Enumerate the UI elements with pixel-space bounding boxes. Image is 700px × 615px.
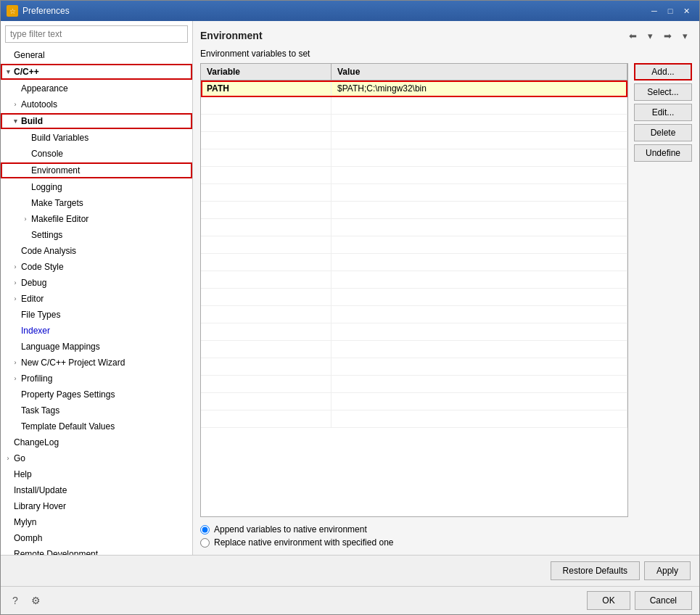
tree-item-settings[interactable]: Settings <box>1 227 192 243</box>
title-bar: ☆ Preferences ─ □ ✕ <box>1 1 699 21</box>
tree-item-task-tags[interactable]: Task Tags <box>1 403 192 418</box>
undefine-button[interactable]: Undefine <box>634 144 692 162</box>
radio-replace-input[interactable] <box>200 538 210 548</box>
panel-header: Environment ⬅ ▾ ➡ ▾ <box>200 28 692 43</box>
tree-item-profiling[interactable]: › Profiling <box>1 371 192 387</box>
back-button[interactable]: ⬅ <box>625 28 640 43</box>
expander-mylyn <box>4 518 12 527</box>
tree-item-appearance[interactable]: Appearance <box>1 81 192 96</box>
cc-group: ▾ C/C++ <box>1 64 192 80</box>
tree-item-environment[interactable]: Environment <box>1 162 192 178</box>
tree-item-editor[interactable]: › Editor <box>1 291 192 307</box>
filter-input[interactable] <box>5 25 188 43</box>
tree-item-template-defaults[interactable]: Template Default Values <box>1 418 192 434</box>
close-button[interactable]: ✕ <box>679 4 693 17</box>
settings-icon[interactable]: ⚙ <box>28 593 43 608</box>
tree-label-mylyn: Mylyn <box>14 516 36 529</box>
cancel-button[interactable]: Cancel <box>635 591 692 610</box>
tree-item-cc[interactable]: ▾ C/C++ <box>1 64 192 80</box>
tree-item-install-update[interactable]: Install/Update <box>1 482 192 498</box>
dropdown-forward[interactable]: ▾ <box>678 28 692 43</box>
main-content: General ▾ C/C++ Appearance › Autotools <box>1 21 699 555</box>
tree-item-go[interactable]: › Go <box>1 450 192 466</box>
delete-button[interactable]: Delete <box>634 124 692 141</box>
env-row-empty-12 <box>201 289 627 306</box>
expander-settings <box>21 231 30 239</box>
tree-item-code-style[interactable]: › Code Style <box>1 259 192 275</box>
tree-item-language-mappings[interactable]: Language Mappings <box>1 339 192 355</box>
expander-debug: › <box>11 278 20 287</box>
tree-item-property-pages[interactable]: Property Pages Settings <box>1 387 192 403</box>
maximize-button[interactable]: □ <box>663 4 678 17</box>
add-button[interactable]: Add... <box>634 63 692 81</box>
tree-item-mylyn[interactable]: Mylyn <box>1 514 192 530</box>
expander-cc: ▾ <box>4 67 12 76</box>
tree-item-general[interactable]: General <box>1 47 192 63</box>
dropdown-back[interactable]: ▾ <box>643 28 657 43</box>
tree-label-debug: Debug <box>21 276 46 289</box>
env-row-empty-17 <box>201 376 627 393</box>
expander-remote-development <box>4 550 12 555</box>
env-row-empty-1 <box>201 97 627 115</box>
restore-defaults-button[interactable]: Restore Defaults <box>551 561 640 580</box>
tree-label-profiling: Profiling <box>21 372 52 385</box>
tree-item-changelog[interactable]: ChangeLog <box>1 434 192 450</box>
expander-indexer <box>11 326 20 335</box>
expander-editor: › <box>11 294 20 303</box>
tree-label-console: Console <box>31 147 63 160</box>
env-row-path[interactable]: PATH $PATH;C:\mingw32\bin <box>201 81 627 97</box>
env-row-empty-7 <box>201 202 627 219</box>
header-value: Value <box>332 64 627 80</box>
tree-label-build-variables: Build Variables <box>31 131 88 144</box>
env-vars-label: Environment variables to set <box>200 49 692 59</box>
forward-button[interactable]: ➡ <box>660 28 675 43</box>
tree-item-console[interactable]: Console <box>1 146 192 162</box>
env-row-empty-19 <box>201 410 627 428</box>
tree-label-help: Help <box>14 468 32 481</box>
tree-item-code-analysis[interactable]: Code Analysis <box>1 243 192 259</box>
radio-append-label: Append variables to native environment <box>214 524 367 534</box>
tree-label-make-targets: Make Targets <box>31 197 83 210</box>
tree-label-indexer: Indexer <box>21 324 50 337</box>
tree-label-general: General <box>14 49 45 62</box>
tree-item-remote-development[interactable]: Remote Development <box>1 546 192 555</box>
tree-item-oomph[interactable]: Oomph <box>1 530 192 546</box>
select-button[interactable]: Select... <box>634 83 692 101</box>
tree-label-code-style: Code Style <box>21 260 64 273</box>
footer-bar: ? ⚙ OK Cancel <box>1 586 699 614</box>
tree-item-library-hover[interactable]: Library Hover <box>1 498 192 514</box>
tree-item-debug[interactable]: › Debug <box>1 275 192 291</box>
tree-label-logging: Logging <box>31 181 62 194</box>
env-table-header: Variable Value <box>201 64 627 81</box>
radio-append-input[interactable] <box>200 525 210 534</box>
tree-item-makefile-editor[interactable]: › Makefile Editor <box>1 211 192 227</box>
tree-label-autotools: Autotools <box>21 98 57 111</box>
env-table-container: Variable Value PATH $PATH;C:\mingw32\bin <box>200 63 628 517</box>
tree-label-library-hover: Library Hover <box>14 500 66 513</box>
ok-button[interactable]: OK <box>587 591 630 610</box>
edit-button[interactable]: Edit... <box>634 104 692 121</box>
help-icon[interactable]: ? <box>8 593 22 608</box>
tree-item-file-types[interactable]: File Types <box>1 307 192 323</box>
tree-label-changelog: ChangeLog <box>14 436 59 449</box>
env-row-empty-15 <box>201 341 627 358</box>
window-icon: ☆ <box>7 5 18 17</box>
tree-item-autotools[interactable]: › Autotools <box>1 96 192 112</box>
radio-append[interactable]: Append variables to native environment <box>200 524 692 534</box>
minimize-button[interactable]: ─ <box>647 4 662 17</box>
radio-replace[interactable]: Replace native environment with specifie… <box>200 537 692 548</box>
tree-label-appearance: Appearance <box>21 82 68 95</box>
tree-item-build[interactable]: ▾ Build <box>1 113 192 129</box>
apply-button[interactable]: Apply <box>644 561 691 580</box>
tree-item-logging[interactable]: Logging <box>1 179 192 195</box>
env-row-empty-3 <box>201 132 627 149</box>
tree-item-indexer[interactable]: Indexer <box>1 323 192 339</box>
tree-item-new-wizard[interactable]: › New C/C++ Project Wizard <box>1 355 192 371</box>
expander-build: ▾ <box>11 117 20 125</box>
env-table-body: PATH $PATH;C:\mingw32\bin <box>201 81 627 516</box>
tree-item-build-variables[interactable]: Build Variables <box>1 130 192 146</box>
environment-group: Environment <box>1 162 192 178</box>
expander-help <box>4 470 12 479</box>
tree-item-help[interactable]: Help <box>1 466 192 482</box>
tree-item-make-targets[interactable]: Make Targets <box>1 195 192 211</box>
